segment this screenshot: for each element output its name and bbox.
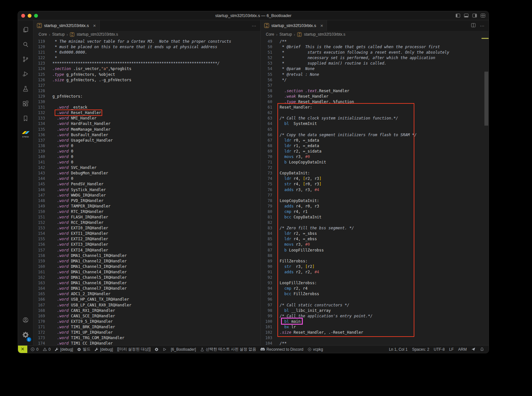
line-number: 138 — [33, 143, 45, 149]
code-line: 53 * supplied main() routine is called. — [261, 61, 489, 66]
maximize-window-button[interactable] — [34, 14, 38, 18]
status-indentation[interactable]: Spaces: 2 — [412, 347, 429, 352]
tab-close-icon[interactable]: × — [93, 23, 96, 28]
discord-icon — [260, 348, 265, 351]
breadcrumb-item[interactable]: Core — [39, 32, 47, 37]
breadcrumb-item[interactable]: startup_stm32f103rbtx.s — [304, 32, 345, 37]
accounts-button[interactable] — [18, 313, 33, 328]
code-line: 80 cmp r4, r1 — [261, 209, 489, 215]
tab-startup-file-left[interactable]: 1001 startup_stm32f103rbtx.s × — [33, 20, 100, 31]
sidebar-item-explorer[interactable] — [18, 23, 33, 38]
assembly-file-icon: 1001 — [264, 23, 269, 28]
line-number: 156 — [33, 242, 45, 247]
assembly-file-icon: 1001 — [297, 32, 302, 37]
status-cursor-position[interactable]: Ln 1, Col 1 — [389, 347, 408, 352]
status-cmake-build-preset[interactable]: [debug] — [95, 347, 113, 352]
tab-bar-left: 1001 startup_stm32f103rbtx.s × ··· — [33, 20, 260, 31]
status-cmake-launch[interactable] — [163, 348, 167, 351]
breadcrumb-item[interactable]: startup_stm32f103rbtx.s — [77, 32, 118, 37]
status-notifications[interactable] — [480, 347, 484, 351]
line-number: 94 — [261, 286, 272, 291]
toggle-secondary-sidebar-icon[interactable] — [472, 13, 477, 18]
more-actions-icon[interactable]: ··· — [252, 23, 256, 28]
sidebar-item-bookmarks[interactable] — [18, 111, 33, 126]
editor-left[interactable]: 119 * The minimal vector table for a Cor… — [33, 38, 260, 345]
status-encoding[interactable]: UTF-8 — [434, 347, 445, 352]
line-number: 66 — [261, 132, 272, 138]
code-line: 77 — [261, 193, 489, 198]
sidebar-item-testing[interactable] — [18, 82, 33, 97]
status-language-mode[interactable]: ARM — [458, 347, 467, 352]
line-number: 63 — [261, 116, 272, 121]
code-line: 66/* Copy the data segment initializers … — [261, 132, 489, 138]
sidebar-item-source-control[interactable] — [18, 52, 33, 67]
code-line: 129g_pfnVectors: — [33, 94, 260, 99]
manage-button[interactable]: 1 — [18, 328, 33, 343]
code-line: 100 bl main — [261, 319, 489, 324]
code-line: 51 * starts execution following a reset … — [261, 50, 489, 55]
close-window-button[interactable] — [21, 14, 25, 18]
code-line: 103 — [261, 335, 489, 341]
status-cmake-launch-target[interactable]: [6_Bootloader] — [171, 347, 196, 352]
status-discord[interactable]: Reconnect to Discord — [260, 347, 303, 352]
line-number: 139 — [33, 149, 45, 154]
code-line: 170 .word EXTI9_5_IRQHandler — [33, 319, 260, 324]
status-cmake-build-target[interactable]: [[미리 설정된 대상]] — [117, 347, 150, 352]
tab-close-icon[interactable]: × — [320, 23, 323, 28]
minimize-window-button[interactable] — [28, 14, 32, 18]
line-number: 160 — [33, 264, 45, 269]
breadcrumb-item[interactable]: Startup — [279, 32, 292, 37]
status-errors[interactable]: 0 — [31, 347, 39, 352]
code-line: 122 * — [33, 55, 260, 61]
status-label: [6_Bootloader] — [171, 347, 196, 352]
status-cmake-configure-preset[interactable]: [debug] — [55, 347, 73, 352]
tab-startup-file-right[interactable]: 1001 startup_stm32f103rbtx.s × — [261, 20, 327, 31]
code-line: 167 .word USB_LP_CAN1_RX0_IRQHandler — [33, 303, 260, 308]
status-vcpkg[interactable]: vcpkg — [308, 347, 323, 352]
line-number: 95 — [261, 291, 272, 297]
sidebar-item-stm32[interactable]: STM32 — [18, 126, 33, 141]
line-number: 120 — [33, 44, 45, 50]
customize-layout-icon[interactable] — [481, 13, 485, 18]
code-line: 162 .word DMA1_Channel5_IRQHandler — [33, 275, 260, 280]
line-number: 70 — [261, 154, 272, 160]
code-line: 136 .word BusFault_Handler — [33, 132, 260, 138]
line-number: 62 — [261, 110, 272, 116]
editor-group-right: 1001 startup_stm32f103rbtx.s × ··· Core›… — [261, 20, 489, 345]
breadcrumb-separator: › — [49, 32, 50, 37]
line-number: 147 — [33, 193, 45, 198]
code-line: 76 adds r3, r3, #4 — [261, 187, 489, 193]
error-icon — [31, 347, 35, 351]
status-eol[interactable]: LF — [449, 347, 454, 352]
scrollbar-thumb[interactable] — [484, 72, 488, 126]
assembly-file-icon: 1001 — [70, 32, 75, 37]
status-cmake-build[interactable]: 빌드 — [77, 347, 90, 352]
breadcrumb-item[interactable]: Startup — [52, 32, 65, 37]
line-number: 170 — [33, 319, 45, 324]
line-number: 130 — [33, 99, 45, 105]
code-line: 156 .word EXTI3_IRQHandler — [33, 242, 260, 247]
warning-icon — [43, 347, 47, 351]
code-line: 152 .word RCC_IRQHandler — [33, 220, 260, 225]
code-line: 99/* Call the application's entry point.… — [261, 313, 489, 319]
status-warnings[interactable]: 0 — [43, 347, 51, 352]
line-number: 79 — [261, 204, 272, 209]
status-feedback[interactable] — [471, 347, 475, 351]
bell-icon — [480, 347, 484, 351]
editor-right[interactable]: 49/**50 * @brief This is the code that g… — [261, 38, 489, 345]
toggle-primary-sidebar-icon[interactable] — [455, 13, 460, 18]
remote-indicator[interactable] — [18, 346, 27, 353]
toggle-panel-icon[interactable] — [464, 13, 469, 18]
status-cmake-test-preset[interactable]: 선택한 테스트 사전 설정 없음 — [200, 347, 256, 352]
breadcrumb: Core›Startup›1001startup_stm32f103rbtx.s — [261, 31, 489, 38]
sidebar-item-search[interactable] — [18, 38, 33, 52]
split-editor-icon[interactable] — [471, 23, 476, 29]
code-line: 61Reset_Handler: — [261, 105, 489, 110]
sidebar-item-extensions[interactable] — [18, 97, 33, 111]
sidebar-item-run-and-debug[interactable] — [18, 67, 33, 82]
status-cmake-debug[interactable] — [155, 348, 158, 351]
code-line: 88 — [261, 253, 489, 259]
breadcrumb-item[interactable]: Core — [266, 32, 274, 37]
code-line: 81 bcc CopyDataInit — [261, 215, 489, 220]
more-actions-icon[interactable]: ··· — [480, 23, 484, 28]
